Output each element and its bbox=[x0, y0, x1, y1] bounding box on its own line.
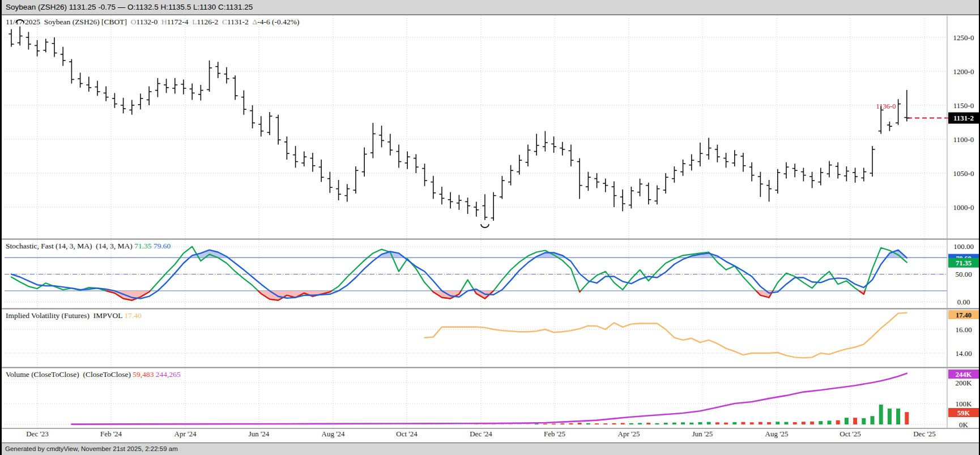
volume-axis-tick: 100K bbox=[956, 400, 973, 408]
volume-bar bbox=[655, 423, 659, 424]
stoch-k-badge-text: 71.35 bbox=[956, 259, 972, 267]
date-axis-label: Dec '25 bbox=[913, 430, 936, 438]
volume-axis-tick: 200K bbox=[956, 379, 973, 387]
volume-bar bbox=[698, 422, 702, 424]
volume-bar bbox=[879, 405, 883, 424]
volume-bar bbox=[492, 424, 496, 425]
date-axis-label: Dec '24 bbox=[470, 430, 492, 438]
volume-bar bbox=[767, 422, 771, 424]
volume-bar bbox=[785, 422, 789, 424]
price-pane-header: 11/17/2025 Soybean (ZSH26) [CBOT] O1132-… bbox=[6, 18, 299, 26]
volume-bar bbox=[715, 422, 719, 424]
volume-bar bbox=[732, 422, 736, 424]
date-axis-label: Oct '25 bbox=[840, 430, 860, 438]
price-axis-tick: 1150-0 bbox=[953, 101, 974, 110]
alert-price-label: 1136-0 bbox=[876, 102, 896, 110]
impvol-axis-tick: 16.00 bbox=[955, 325, 972, 334]
volume-bar bbox=[638, 423, 642, 424]
volume-bar bbox=[707, 422, 711, 424]
impvol-pane-title: Implied Volatility (Futures) IMPVOL 17.4… bbox=[6, 311, 142, 320]
volume-bar bbox=[871, 416, 875, 424]
volume-bar bbox=[543, 424, 547, 425]
price-axis-tick: 1250-0 bbox=[953, 33, 974, 42]
volume-bar bbox=[819, 421, 823, 424]
volume-bar bbox=[586, 423, 590, 424]
volume-bar bbox=[569, 423, 573, 424]
volume-bar bbox=[552, 424, 556, 425]
volume-bar bbox=[853, 418, 857, 424]
date-axis-label: Oct '24 bbox=[396, 430, 417, 438]
volume-bar bbox=[509, 424, 513, 425]
volume-pane-title: Volume (CloseToClose) (CloseToClose) 59,… bbox=[6, 370, 181, 379]
volume-bar bbox=[664, 423, 668, 424]
volume-bar bbox=[612, 423, 616, 424]
chart-canvas[interactable]: Dec '23Feb '24Apr '24Jun '24Aug '24Oct '… bbox=[0, 0, 980, 455]
volume-axis-tick: 0K bbox=[959, 420, 969, 429]
volume-bar bbox=[793, 422, 797, 424]
stoch-axis-tick: 100.00 bbox=[953, 242, 974, 251]
generated-footer: Generated by cmdtyView, November 21st 20… bbox=[0, 443, 980, 455]
volume-bar bbox=[862, 418, 866, 424]
date-axis-label: Apr '24 bbox=[174, 430, 197, 438]
volume-bar bbox=[905, 412, 909, 424]
window-left-border bbox=[0, 0, 2, 455]
price-axis-tick: 1100-0 bbox=[953, 135, 974, 144]
volume-bar bbox=[802, 422, 806, 424]
price-axis-tick: 1200-0 bbox=[953, 67, 974, 76]
impvol-badge-text: 17.40 bbox=[956, 311, 972, 319]
price-axis-tick: 1000-0 bbox=[953, 203, 974, 212]
volume-bar bbox=[560, 423, 564, 424]
volume-bar bbox=[646, 423, 650, 424]
open-interest-badge-text: 244K bbox=[956, 371, 972, 379]
volume-bar bbox=[603, 423, 607, 424]
ohlc-header: 11/17/2025 Soybean (ZSH26) [CBOT] O1132-… bbox=[6, 18, 299, 26]
cmdtyview-chart-window: Soybean (ZSH26) 1131.25 -0.75 — O:1132.5… bbox=[0, 0, 980, 455]
volume-bar bbox=[759, 422, 762, 424]
volume-bar bbox=[896, 409, 900, 424]
date-axis-label: Aug '24 bbox=[322, 430, 345, 438]
date-axis-label: Jun '24 bbox=[249, 430, 270, 438]
volume-bar bbox=[776, 422, 779, 424]
date-axis-label: Apr '25 bbox=[618, 430, 640, 438]
volume-bar bbox=[689, 423, 693, 424]
price-axis-tick: 1050-0 bbox=[953, 169, 974, 178]
date-axis-label: Jun '25 bbox=[692, 430, 713, 438]
volume-bar bbox=[845, 418, 849, 424]
date-axis-label: Dec '23 bbox=[26, 430, 49, 438]
title-bar-text: Soybean (ZSH26) 1131.25 -0.75 — O:1132.5… bbox=[6, 3, 253, 11]
stoch-k-oversold-segment bbox=[580, 291, 581, 292]
volume-bar bbox=[810, 422, 814, 424]
volume-bar bbox=[681, 422, 685, 424]
footer-text: Generated by cmdtyView, November 21st 20… bbox=[5, 445, 178, 452]
last-price-badge-text: 1131-2 bbox=[953, 114, 974, 122]
impvol-axis-tick: 14.00 bbox=[955, 349, 972, 358]
chart-title-bar[interactable]: Soybean (ZSH26) 1131.25 -0.75 — O:1132.5… bbox=[0, 0, 980, 15]
volume-bar bbox=[724, 423, 728, 424]
volume-bar bbox=[836, 420, 840, 424]
volume-badge-text: 59K bbox=[957, 409, 970, 417]
volume-bar bbox=[595, 423, 599, 424]
stoch-axis-tick: 50.00 bbox=[955, 270, 972, 278]
volume-bar bbox=[526, 424, 530, 425]
volume-bar bbox=[828, 420, 832, 424]
volume-bar bbox=[888, 409, 892, 424]
date-axis-label: Feb '25 bbox=[544, 430, 565, 438]
volume-bar bbox=[672, 423, 676, 424]
date-axis-label: Aug '25 bbox=[765, 430, 789, 438]
volume-bar bbox=[629, 423, 633, 424]
volume-bar bbox=[517, 424, 521, 425]
volume-bar bbox=[621, 423, 625, 424]
date-axis-label: Feb '24 bbox=[100, 430, 122, 438]
volume-bar bbox=[578, 423, 582, 424]
volume-bar bbox=[750, 422, 754, 424]
stoch-pane-title: Stochastic, Fast (14, 3, MA) (14, 3, MA)… bbox=[6, 242, 171, 250]
volume-bar bbox=[742, 422, 745, 424]
stoch-axis-tick: 0.00 bbox=[957, 298, 970, 306]
